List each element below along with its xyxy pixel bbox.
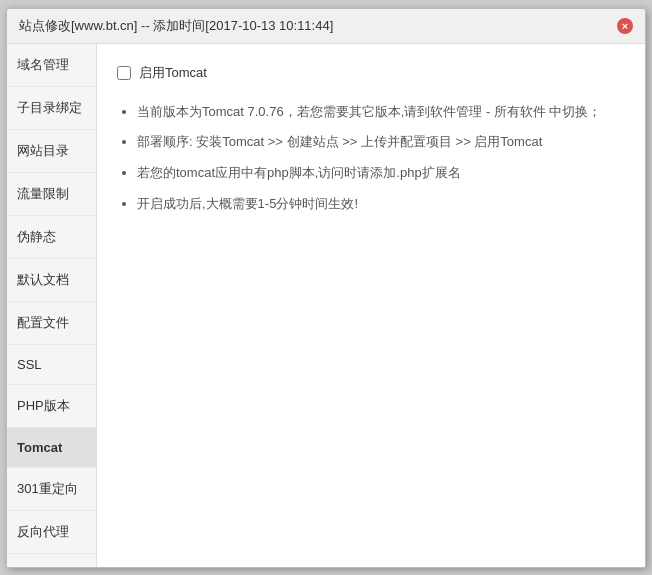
sidebar-item-301[interactable]: 301重定向 [7, 468, 96, 511]
info-list: 当前版本为Tomcat 7.0.76，若您需要其它版本,请到软件管理 - 所有软… [117, 102, 625, 215]
info-item-2: 若您的tomcat应用中有php脚本,访问时请添加.php扩展名 [137, 163, 625, 184]
sidebar-item-traffic[interactable]: 流量限制 [7, 173, 96, 216]
info-item-0: 当前版本为Tomcat 7.0.76，若您需要其它版本,请到软件管理 - 所有软… [137, 102, 625, 123]
main-content: 启用Tomcat 当前版本为Tomcat 7.0.76，若您需要其它版本,请到软… [97, 44, 645, 567]
sidebar-item-proxy[interactable]: 反向代理 [7, 511, 96, 554]
dialog-title: 站点修改[www.bt.cn] -- 添加时间[2017-10-13 10:11… [19, 17, 333, 35]
sidebar-item-php[interactable]: PHP版本 [7, 385, 96, 428]
info-item-1: 部署顺序: 安装Tomcat >> 创建站点 >> 上传并配置项目 >> 启用T… [137, 132, 625, 153]
info-item-3: 开启成功后,大概需要1-5分钟时间生效! [137, 194, 625, 215]
sidebar-item-ssl[interactable]: SSL [7, 345, 96, 385]
sidebar-item-webdir[interactable]: 网站目录 [7, 130, 96, 173]
sidebar-item-subdir[interactable]: 子目录绑定 [7, 87, 96, 130]
enable-tomcat-label: 启用Tomcat [139, 64, 207, 82]
sidebar-item-config[interactable]: 配置文件 [7, 302, 96, 345]
enable-tomcat-checkbox[interactable] [117, 66, 131, 80]
dialog-header: 站点修改[www.bt.cn] -- 添加时间[2017-10-13 10:11… [7, 9, 645, 44]
sidebar-item-default[interactable]: 默认文档 [7, 259, 96, 302]
sidebar-item-tomcat[interactable]: Tomcat [7, 428, 96, 468]
dialog-body: 域名管理子目录绑定网站目录流量限制伪静态默认文档配置文件SSLPHP版本Tomc… [7, 44, 645, 567]
sidebar-item-pseudo[interactable]: 伪静态 [7, 216, 96, 259]
enable-row: 启用Tomcat [117, 64, 625, 82]
sidebar-item-domain[interactable]: 域名管理 [7, 44, 96, 87]
close-button[interactable]: × [617, 18, 633, 34]
dialog: 站点修改[www.bt.cn] -- 添加时间[2017-10-13 10:11… [6, 8, 646, 568]
sidebar: 域名管理子目录绑定网站目录流量限制伪静态默认文档配置文件SSLPHP版本Tomc… [7, 44, 97, 567]
sidebar-item-scan[interactable]: 风险扫描 [7, 554, 96, 567]
